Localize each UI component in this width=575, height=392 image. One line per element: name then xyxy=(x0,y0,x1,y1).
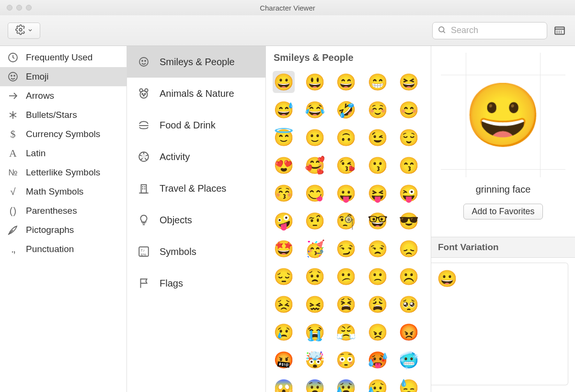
action-menu-button[interactable] xyxy=(8,23,40,39)
subcategory-item[interactable]: Flags xyxy=(127,267,265,299)
sidebar-item-label: Latin xyxy=(26,148,46,159)
emoji-cell[interactable]: 😥 xyxy=(367,377,389,392)
emoji-cell[interactable]: 🥰 xyxy=(304,154,326,176)
emoji-cell[interactable]: 😎 xyxy=(398,210,420,232)
emoji-cell[interactable]: 😜 xyxy=(398,182,420,204)
font-variation-glyph[interactable]: 😀 xyxy=(437,269,457,288)
emoji-cell[interactable]: 😉 xyxy=(367,127,389,149)
emoji-cell[interactable]: 🙁 xyxy=(367,265,389,288)
emoji-cell[interactable]: 🥺 xyxy=(398,293,420,315)
subcategory-label: Smileys & People xyxy=(160,57,235,68)
search-input[interactable] xyxy=(450,25,542,36)
emoji-cell[interactable]: 🥵 xyxy=(367,349,389,371)
sidebar-item[interactable]: Frequently Used xyxy=(0,48,126,67)
emoji-cell[interactable]: 😳 xyxy=(335,349,357,371)
subcategory-item[interactable]: Animals & Nature xyxy=(127,78,265,109)
sidebar-item[interactable]: Pictographs xyxy=(0,220,126,240)
emoji-cell[interactable]: 🥳 xyxy=(304,238,326,260)
emoji-cell[interactable]: 😓 xyxy=(398,377,420,392)
sidebar-item-label: Punctuation xyxy=(26,244,74,254)
sidebar-item[interactable]: $Currency Symbols xyxy=(0,125,126,144)
emoji-cell[interactable]: 🙂 xyxy=(304,127,326,149)
emoji-cell[interactable]: 😝 xyxy=(367,182,389,204)
subcategory-item[interactable]: T♪&%Symbols xyxy=(127,236,265,267)
emoji-cell[interactable]: 😰 xyxy=(335,377,357,392)
emoji-cell[interactable]: 😅 xyxy=(273,99,295,121)
emoji-cell[interactable]: 😏 xyxy=(335,238,357,260)
add-to-favorites-button[interactable]: Add to Favorites xyxy=(463,204,542,219)
emoji-cell[interactable]: 😟 xyxy=(304,265,326,288)
emoji-cell[interactable]: 😗 xyxy=(367,154,389,176)
emoji-cell[interactable]: 😭 xyxy=(304,321,326,343)
emoji-cell[interactable]: 😞 xyxy=(398,238,420,260)
emoji-cell[interactable]: 😛 xyxy=(335,182,357,204)
sidebar-item[interactable]: Bullets/Stars xyxy=(0,105,126,125)
emoji-cell[interactable]: 😇 xyxy=(273,127,295,149)
category-sidebar: Frequently UsedEmojiArrowsBullets/Stars$… xyxy=(0,46,127,392)
subcategory-item[interactable]: Smileys & People xyxy=(127,46,265,78)
sidebar-item[interactable]: №Letterlike Symbols xyxy=(0,163,126,182)
emoji-cell[interactable]: 😖 xyxy=(304,293,326,315)
emoji-cell[interactable]: 😋 xyxy=(304,182,326,204)
emoji-cell[interactable]: 🥶 xyxy=(398,349,420,371)
close-window-button[interactable] xyxy=(7,5,12,11)
toggle-view-button[interactable] xyxy=(552,23,567,38)
emoji-cell[interactable]: 😄 xyxy=(335,71,357,93)
emoji-cell[interactable]: 🤯 xyxy=(304,349,326,371)
subcategory-item[interactable]: Activity xyxy=(127,141,265,173)
emoji-cell[interactable]: 🤓 xyxy=(367,210,389,232)
emoji-cell[interactable]: 😙 xyxy=(398,154,420,176)
search-field[interactable] xyxy=(432,22,547,39)
emoji-cell[interactable]: 😂 xyxy=(304,99,326,121)
emoji-cell[interactable]: 😃 xyxy=(304,71,326,93)
emoji-cell[interactable]: 😨 xyxy=(304,377,326,392)
emoji-cell[interactable]: 🤩 xyxy=(273,238,295,260)
sidebar-item[interactable]: ( )Parentheses xyxy=(0,201,126,220)
emoji-cell[interactable]: 🧐 xyxy=(335,210,357,232)
sidebar-item[interactable]: Arrows xyxy=(0,86,126,105)
emoji-cell[interactable]: 😠 xyxy=(367,321,389,343)
emoji-cell[interactable]: 😀 xyxy=(273,71,295,93)
emoji-cell[interactable]: 🤬 xyxy=(273,349,295,371)
emoji-cell[interactable]: 😩 xyxy=(367,293,389,315)
emoji-cell[interactable]: 😊 xyxy=(398,99,420,121)
emoji-cell[interactable]: 😫 xyxy=(335,293,357,315)
dollar-icon: $ xyxy=(7,128,19,140)
emoji-cell[interactable]: 😁 xyxy=(367,71,389,93)
emoji-cell[interactable]: 😢 xyxy=(273,321,295,343)
subcategory-item[interactable]: Travel & Places xyxy=(127,173,265,204)
sidebar-item[interactable]: Emoji xyxy=(0,67,126,86)
sidebar-item-label: Currency Symbols xyxy=(26,129,100,139)
emoji-cell[interactable]: 😤 xyxy=(335,321,357,343)
emoji-cell[interactable]: 😚 xyxy=(273,182,295,204)
emoji-cell[interactable]: 😆 xyxy=(398,71,420,93)
zoom-window-button[interactable] xyxy=(26,5,32,11)
emoji-cell[interactable]: 😱 xyxy=(273,377,295,392)
sidebar-item[interactable]: ALatin xyxy=(0,144,126,163)
emoji-cell[interactable]: ☺️ xyxy=(367,99,389,121)
subcategory-item[interactable]: Food & Drink xyxy=(127,109,265,141)
emoji-cell[interactable]: 😡 xyxy=(398,321,420,343)
emoji-cell[interactable]: 😌 xyxy=(398,127,420,149)
subcategory-item[interactable]: Objects xyxy=(127,204,265,236)
lightbulb-icon xyxy=(137,213,151,227)
emoji-cell[interactable]: 🙃 xyxy=(335,127,357,149)
emoji-cell[interactable]: 😕 xyxy=(335,265,357,288)
emoji-cell[interactable]: 🤨 xyxy=(304,210,326,232)
emoji-cell[interactable]: 😣 xyxy=(273,293,295,315)
emoji-cell[interactable]: 😔 xyxy=(273,265,295,288)
emoji-cell[interactable]: 😘 xyxy=(335,154,357,176)
svg-text:&%: &% xyxy=(141,253,147,257)
svg-point-26 xyxy=(142,93,143,94)
sidebar-item[interactable]: .,Punctuation xyxy=(0,240,126,259)
numero-icon: № xyxy=(7,166,19,179)
svg-point-22 xyxy=(145,60,146,61)
smiley-icon xyxy=(7,70,19,83)
emoji-cell[interactable]: ☹️ xyxy=(398,265,420,288)
emoji-cell[interactable]: 😒 xyxy=(367,238,389,260)
emoji-cell[interactable]: 🤪 xyxy=(273,210,295,232)
emoji-cell[interactable]: 🤣 xyxy=(335,99,357,121)
sidebar-item[interactable]: √Math Symbols xyxy=(0,182,126,201)
emoji-cell[interactable]: 😍 xyxy=(273,154,295,176)
minimize-window-button[interactable] xyxy=(16,5,22,11)
